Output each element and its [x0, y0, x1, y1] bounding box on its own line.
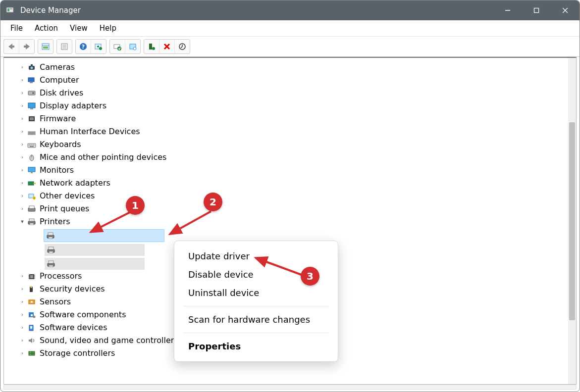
svg-rect-83 — [31, 314, 33, 316]
expand-chevron-icon[interactable]: › — [19, 164, 26, 177]
printer-icon — [45, 232, 56, 240]
expand-chevron-icon[interactable]: › — [19, 295, 26, 308]
minimize-button[interactable] — [493, 0, 522, 20]
sensor-icon — [27, 297, 37, 306]
scrollbar-thumb[interactable] — [569, 122, 575, 320]
svg-rect-24 — [149, 44, 152, 49]
expand-chevron-icon[interactable]: › — [19, 112, 26, 125]
ctx-uninstall-device[interactable]: Uninstall device — [174, 284, 338, 302]
toolbar: ? — [0, 37, 580, 57]
menu-view[interactable]: View — [64, 22, 94, 35]
ctx-update-driver[interactable]: Update driver — [174, 247, 338, 265]
tree-node-monitor[interactable]: ›Monitors — [19, 164, 576, 177]
svg-point-79 — [30, 286, 32, 288]
toolbar-back[interactable] — [4, 40, 19, 53]
swdev-icon — [27, 323, 37, 332]
expand-chevron-icon[interactable]: › — [19, 308, 26, 321]
toolbar-show-all[interactable] — [38, 40, 53, 53]
toolbar-help[interactable]: ? — [76, 40, 91, 53]
annotation-callout-3: 3 — [301, 267, 319, 286]
ctx-properties[interactable]: Properties — [174, 337, 338, 355]
tree-node-keyboard[interactable]: ›Keyboards — [19, 138, 576, 151]
tree-node-label: Firmware — [40, 112, 76, 125]
close-button[interactable] — [551, 0, 580, 20]
svg-rect-86 — [30, 326, 32, 329]
expand-chevron-icon[interactable]: › — [19, 61, 26, 74]
expand-chevron-icon[interactable]: › — [19, 177, 26, 190]
tree-node-label: Human Interface Devices — [40, 125, 140, 138]
tree-node-label: Display adapters — [40, 99, 106, 112]
svg-rect-37 — [30, 117, 34, 120]
expand-chevron-icon[interactable]: › — [19, 99, 26, 112]
svg-rect-66 — [49, 251, 53, 253]
expand-chevron-icon[interactable]: › — [19, 202, 26, 215]
tree-node-network[interactable]: ›Network adapters — [19, 177, 576, 190]
titlebar[interactable]: Device Manager — [0, 0, 580, 20]
vertical-scrollbar[interactable] — [568, 58, 576, 384]
printer-device-item[interactable] — [44, 229, 164, 242]
expand-chevron-icon[interactable]: › — [19, 347, 26, 360]
expand-chevron-icon[interactable]: › — [19, 151, 26, 164]
monitor-icon — [27, 166, 37, 175]
svg-point-42 — [29, 145, 30, 146]
maximize-button[interactable] — [522, 0, 551, 20]
expand-chevron-icon[interactable]: › — [19, 190, 26, 202]
expand-chevron-icon[interactable]: › — [19, 87, 26, 99]
cpu-icon — [27, 272, 37, 281]
tree-node-disk[interactable]: ›Disk drives — [19, 87, 576, 99]
toolbar-uninstall-device[interactable] — [159, 40, 175, 53]
toolbar-enable-device[interactable] — [144, 40, 159, 53]
menu-action[interactable]: Action — [29, 22, 64, 35]
expand-chevron-icon[interactable]: › — [19, 334, 26, 347]
toolbar-forward[interactable] — [19, 40, 34, 53]
toolbar-update-driver[interactable] — [110, 40, 125, 53]
svg-rect-35 — [30, 108, 33, 109]
svg-rect-34 — [28, 103, 35, 108]
tree-node-mouse[interactable]: ›Mice and other pointing devices — [19, 151, 576, 164]
tree-node-printer[interactable]: ▾Printers — [19, 215, 576, 228]
tree-node-firmware[interactable]: ›Firmware — [19, 112, 576, 125]
expand-chevron-icon[interactable]: › — [19, 138, 26, 151]
toolbar-properties[interactable] — [57, 40, 72, 53]
printer-device-item[interactable] — [45, 244, 145, 256]
tree-node-camera[interactable]: ›Cameras — [19, 61, 576, 74]
ctx-separator — [183, 306, 329, 306]
svg-point-25 — [152, 47, 155, 50]
tree-node-computer[interactable]: ›Computer — [19, 74, 576, 87]
expand-chevron-icon[interactable]: ▾ — [19, 215, 26, 228]
tree-node-label: Keyboards — [40, 138, 81, 151]
svg-rect-59 — [29, 219, 34, 221]
tree-node-printqueue[interactable]: ›Print queues — [19, 202, 576, 215]
other-icon: ! — [27, 192, 37, 200]
menu-help[interactable]: Help — [94, 22, 122, 35]
svg-rect-51 — [28, 182, 34, 185]
toolbar-show-hidden[interactable] — [175, 40, 190, 53]
printer-icon — [46, 246, 56, 254]
toolbar-scan-hardware[interactable] — [91, 40, 106, 53]
app-icon — [5, 5, 15, 15]
tree-node-hid[interactable]: ›Human Interface Devices — [19, 125, 576, 138]
tree-node-display[interactable]: ›Display adapters — [19, 99, 576, 112]
disk-icon — [27, 89, 37, 98]
svg-rect-8 — [24, 46, 27, 48]
svg-rect-50 — [31, 172, 33, 173]
tree-node-other[interactable]: ›!Other devices — [19, 190, 576, 202]
svg-text:!: ! — [34, 196, 35, 200]
expand-chevron-icon[interactable]: › — [19, 74, 26, 87]
toolbar-disable-device[interactable] — [125, 40, 140, 53]
svg-point-90 — [30, 354, 31, 355]
tree-node-label: Printers — [40, 215, 70, 228]
expand-chevron-icon[interactable]: › — [19, 270, 26, 283]
computer-icon — [27, 76, 37, 85]
ctx-scan-hardware[interactable]: Scan for hardware changes — [174, 310, 338, 329]
printer-device-item[interactable] — [45, 258, 145, 270]
printer-icon — [46, 260, 56, 268]
expand-chevron-icon[interactable]: › — [19, 283, 26, 295]
firmware-icon — [27, 114, 37, 123]
expand-chevron-icon[interactable]: › — [19, 321, 26, 334]
svg-rect-63 — [49, 237, 53, 239]
svg-point-33 — [32, 92, 34, 94]
menu-file[interactable]: File — [4, 22, 29, 35]
expand-chevron-icon[interactable]: › — [19, 125, 26, 138]
svg-point-43 — [30, 145, 31, 146]
